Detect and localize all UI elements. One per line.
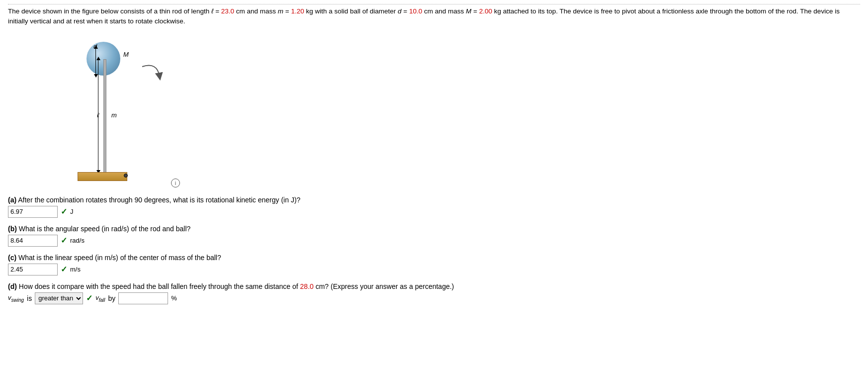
part-b-unit: rad/s bbox=[70, 237, 85, 244]
part-d-input[interactable] bbox=[118, 292, 168, 304]
diagram: d M ℓ m i bbox=[48, 32, 177, 191]
m-variable: m bbox=[278, 7, 283, 15]
text2: kg with a solid ball of diameter bbox=[304, 7, 398, 15]
m-label: m bbox=[111, 111, 117, 119]
part-a-question: (a) After the combination rotates throug… bbox=[8, 196, 860, 204]
part-d-check: ✓ bbox=[86, 293, 92, 303]
m-value: 1.20 bbox=[291, 7, 304, 15]
d-variable: d bbox=[398, 7, 402, 15]
part-d-question-after: cm? (Express your answer as a percentage… bbox=[314, 282, 454, 290]
equals4: = bbox=[471, 7, 479, 15]
text1: cm and mass bbox=[234, 7, 278, 15]
part-a-question-text: After the combination rotates through 90… bbox=[18, 196, 300, 204]
is-text: is bbox=[27, 294, 32, 302]
part-c-unit: m/s bbox=[70, 266, 81, 273]
rod-vertical bbox=[103, 59, 106, 174]
part-b-input[interactable] bbox=[8, 235, 58, 247]
text3: cm and mass bbox=[422, 7, 466, 15]
equals1: = bbox=[213, 7, 221, 15]
part-d-answer-row: vswing is greater than less than equal t… bbox=[8, 292, 860, 304]
part-a-input[interactable] bbox=[8, 206, 58, 218]
ell-value: 23.0 bbox=[221, 7, 234, 15]
d-value: 10.0 bbox=[409, 7, 422, 15]
equals2: = bbox=[283, 7, 291, 15]
v-fall-label: vfall bbox=[95, 294, 105, 303]
base-platform bbox=[78, 172, 127, 181]
problem-statement: The device shown in the figure below con… bbox=[8, 4, 860, 27]
info-icon[interactable]: i bbox=[171, 179, 180, 187]
part-c-answer-row: ✓ m/s bbox=[8, 264, 860, 275]
figure-area: d M ℓ m i bbox=[8, 32, 860, 191]
by-text: by bbox=[108, 294, 116, 302]
d-label: d bbox=[93, 43, 97, 50]
part-c-check: ✓ bbox=[61, 265, 67, 274]
problem-text-before: The device shown in the figure below con… bbox=[8, 7, 211, 15]
part-b: (b) What is the angular speed (in rad/s)… bbox=[8, 225, 860, 247]
part-d-distance: 28.0 bbox=[300, 282, 314, 290]
part-d-question-before: How does it compare with the speed had t… bbox=[19, 282, 300, 290]
part-a-answer-row: ✓ J bbox=[8, 206, 860, 218]
part-a: (a) After the combination rotates throug… bbox=[8, 196, 860, 218]
M-value: 2.00 bbox=[479, 7, 492, 15]
M-variable: M bbox=[466, 7, 471, 15]
v-swing-label: vswing bbox=[8, 294, 24, 303]
part-d: (d) How does it compare with the speed h… bbox=[8, 282, 860, 304]
part-b-question-text: What is the angular speed (in rad/s) of … bbox=[19, 225, 191, 233]
ell-label: ℓ bbox=[97, 111, 99, 119]
part-b-answer-row: ✓ rad/s bbox=[8, 235, 860, 247]
pivot-dot bbox=[124, 174, 128, 178]
part-c-question-text: What is the linear speed (in m/s) of the… bbox=[18, 254, 221, 262]
part-c-question: (c) What is the linear speed (in m/s) of… bbox=[8, 254, 860, 262]
part-a-unit: J bbox=[70, 208, 74, 215]
part-c: (c) What is the linear speed (in m/s) of… bbox=[8, 254, 860, 275]
part-a-check: ✓ bbox=[61, 207, 67, 216]
clockwise-arrow bbox=[132, 57, 167, 93]
comparison-dropdown[interactable]: greater than less than equal to bbox=[35, 292, 83, 304]
part-b-check: ✓ bbox=[61, 236, 67, 245]
equals3: = bbox=[402, 7, 409, 15]
part-b-question: (b) What is the angular speed (in rad/s)… bbox=[8, 225, 860, 233]
M-label: M bbox=[123, 51, 129, 58]
part-d-unit: % bbox=[171, 294, 177, 302]
part-c-input[interactable] bbox=[8, 264, 58, 275]
part-d-question: (d) How does it compare with the speed h… bbox=[8, 282, 860, 290]
d-arrow bbox=[95, 48, 96, 75]
